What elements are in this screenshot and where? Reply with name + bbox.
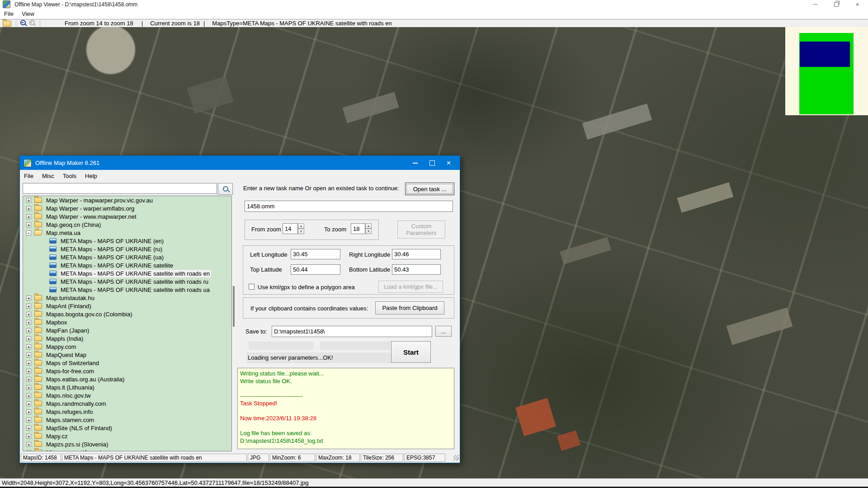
zoom-in-button[interactable] <box>28 19 37 27</box>
task-name-input[interactable] <box>245 201 453 212</box>
expand-icon[interactable]: + <box>26 344 31 349</box>
open-folder-icon[interactable] <box>3 21 11 27</box>
expand-icon[interactable]: + <box>26 418 31 422</box>
expand-icon[interactable]: + <box>26 222 31 227</box>
spin-up-icon[interactable]: ▲ <box>298 223 304 229</box>
tree-item[interactable]: META Maps - MAPS OF UKRAINE satellite <box>23 261 231 269</box>
tree-item[interactable]: META Maps - MAPS OF UKRAINE satellite wi… <box>23 277 231 286</box>
resize-grip[interactable] <box>453 455 459 460</box>
tree-item[interactable]: -Map.meta.ua <box>23 229 231 237</box>
from-zoom-spinner[interactable]: ▲▼ <box>298 223 304 234</box>
dialog-minimize-button[interactable] <box>407 156 424 170</box>
tree-item[interactable]: +Map.geoq.cn (China) <box>23 221 231 229</box>
to-zoom-spinner[interactable]: ▲▼ <box>365 223 372 234</box>
tree-item[interactable]: +Maps.stamen.com <box>23 416 231 424</box>
dialog-titlebar[interactable]: Offline Map Maker 8.261 × <box>20 156 460 170</box>
tree-item[interactable]: +Mapas.bogota.gov.co (Colombia) <box>23 310 231 318</box>
map-source-tree[interactable]: +Map Warper - mapwarper.prov.vic.gov.au+… <box>23 196 232 451</box>
expand-icon[interactable]: + <box>26 442 31 447</box>
browse-button[interactable]: ... <box>435 326 452 337</box>
menu-file[interactable]: File <box>0 9 18 19</box>
tree-item[interactable]: META Maps - MAPS OF UKRAINE satellite wi… <box>23 286 231 294</box>
expand-icon[interactable]: + <box>26 385 31 390</box>
search-button[interactable] <box>218 183 233 195</box>
to-zoom-input[interactable] <box>351 223 365 234</box>
top-latitude-input[interactable] <box>291 264 340 275</box>
tree-item[interactable]: META Maps - MAPS OF UKRAINE (ru) <box>23 245 231 253</box>
expand-icon[interactable]: + <box>26 312 31 317</box>
expand-icon[interactable]: + <box>26 401 31 406</box>
expand-icon[interactable]: + <box>26 328 31 333</box>
tree-item[interactable]: +MapFan (Japan) <box>23 326 231 334</box>
tree-item[interactable]: +Maps-for-free.com <box>23 367 231 375</box>
use-kml-checkbox[interactable] <box>249 284 255 290</box>
expand-icon[interactable]: + <box>26 352 31 357</box>
log-output[interactable]: Writing status file...please wait...Writ… <box>237 368 454 449</box>
tree-item[interactable]: +Mappls (India) <box>23 334 231 343</box>
tree-scrollbar-thumb[interactable] <box>233 286 235 327</box>
tree-item[interactable]: META Maps - MAPS OF UKRAINE satellite wi… <box>23 269 231 277</box>
expand-icon[interactable]: + <box>26 409 31 414</box>
menu-view[interactable]: View <box>18 9 38 19</box>
tree-item[interactable]: +Maps.nlsc.gov.tw <box>23 391 231 399</box>
custom-parameters-button[interactable]: Custom Parameters <box>397 221 445 239</box>
tree-item[interactable]: +Maps.randmcnally.com <box>23 399 231 408</box>
minimize-button[interactable] <box>804 0 826 9</box>
tree-item[interactable]: +Map Warper - mapwarper.prov.vic.gov.au <box>23 196 231 204</box>
bottom-latitude-input[interactable] <box>392 264 441 275</box>
expand-icon[interactable]: + <box>26 206 31 211</box>
tree-item[interactable]: +Maps of Switzerland <box>23 359 231 367</box>
expand-icon[interactable]: + <box>26 450 31 452</box>
restore-button[interactable] <box>826 0 847 9</box>
zoom-out-button[interactable] <box>19 19 28 27</box>
tree-item[interactable]: +Maps.refuges.info <box>23 408 231 416</box>
expand-icon[interactable]: + <box>26 198 31 203</box>
spin-down-icon[interactable]: ▼ <box>298 229 304 234</box>
tree-item[interactable]: META Maps - MAPS OF UKRAINE (ua) <box>23 253 231 261</box>
expand-icon[interactable]: + <box>26 369 31 374</box>
paste-from-clipboard-button[interactable]: Paste from Clipboard <box>375 301 444 314</box>
tree-item[interactable]: +Mapbox <box>23 318 231 326</box>
expand-icon[interactable]: + <box>26 214 31 219</box>
tree-item[interactable]: +MapSite (NLS of Finland) <box>23 424 231 432</box>
expand-icon[interactable]: + <box>26 393 31 398</box>
dialog-menu-file[interactable]: File <box>20 171 38 181</box>
save-to-input[interactable] <box>272 326 432 337</box>
tree-item[interactable]: +Maps.lt (Lithuania) <box>23 383 231 391</box>
right-longitude-input[interactable] <box>392 249 441 259</box>
expand-icon[interactable]: + <box>26 377 31 382</box>
expand-icon[interactable]: + <box>26 296 31 300</box>
tree-item[interactable]: +Mappy.com <box>23 343 231 351</box>
dialog-close-button[interactable]: × <box>440 156 457 170</box>
tree-item[interactable]: META Maps - MAPS OF UKRAINE (en) <box>23 237 231 245</box>
open-task-button[interactable]: Open task ... <box>405 183 454 195</box>
load-kml-button[interactable]: Load a kml/gpx file... <box>378 281 443 293</box>
expand-icon[interactable]: + <box>26 361 31 366</box>
close-button[interactable]: × <box>847 0 868 9</box>
tree-item[interactable]: +Map Warper - warper.wmflabs.org <box>23 204 231 212</box>
dialog-maximize-button[interactable] <box>424 156 440 170</box>
tree-item[interactable]: +Mapzs.pzs.si (Slovenia) <box>23 440 231 448</box>
expand-icon[interactable]: + <box>26 434 31 439</box>
tree-item[interactable]: +MapQuest Map <box>23 351 231 359</box>
tree-item[interactable]: +Mapy.cz <box>23 432 231 440</box>
tree-item[interactable]: +Map.turistautak.hu <box>23 294 231 302</box>
tree-item[interactable]: +Mierune map (Japan) <box>23 448 231 451</box>
tree-item[interactable]: +Map Warper - www.mapwarper.net <box>23 212 231 221</box>
expand-icon[interactable]: + <box>26 320 31 325</box>
dialog-menu-tools[interactable]: Tools <box>59 171 81 181</box>
spin-down-icon[interactable]: ▼ <box>365 229 372 234</box>
spin-up-icon[interactable]: ▲ <box>365 223 372 229</box>
dialog-menu-help[interactable]: Help <box>81 171 102 181</box>
tree-item[interactable]: +Maps.eatlas.org.au (Australia) <box>23 375 231 383</box>
left-longitude-input[interactable] <box>291 249 340 259</box>
collapse-icon[interactable]: - <box>26 230 31 235</box>
expand-icon[interactable]: + <box>26 304 31 309</box>
tree-scrollbar[interactable] <box>232 196 236 451</box>
expand-icon[interactable]: + <box>26 426 31 431</box>
start-button[interactable]: Start <box>391 341 431 363</box>
expand-icon[interactable]: + <box>26 336 31 341</box>
from-zoom-input[interactable] <box>283 223 298 234</box>
tree-item[interactable]: +MapAnt (Finland) <box>23 302 231 310</box>
search-input[interactable] <box>23 183 217 194</box>
